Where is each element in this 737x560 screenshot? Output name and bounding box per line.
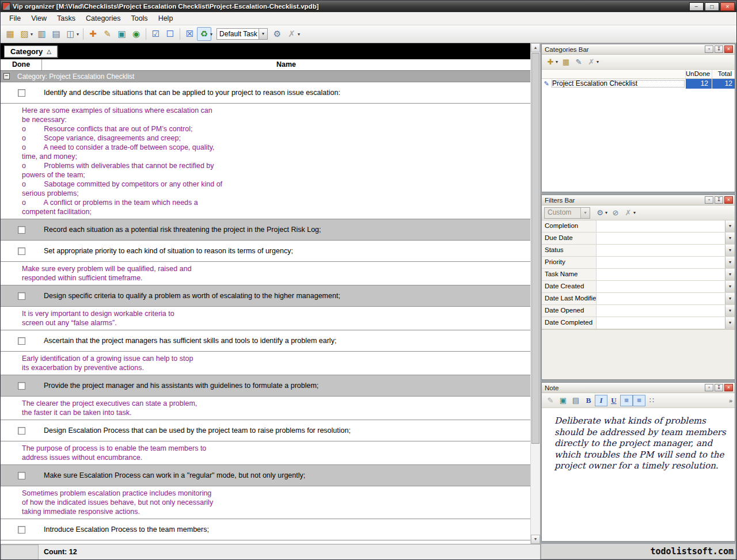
new-category-dropdown-icon[interactable]: ▾ (556, 59, 558, 64)
filter-value[interactable] (597, 269, 725, 280)
panel-restore-icon[interactable]: ▫ (705, 196, 713, 204)
collapse-icon[interactable]: − (3, 73, 10, 79)
insert-image-button[interactable]: ▣ (557, 395, 569, 406)
task-checkbox[interactable] (18, 89, 25, 97)
italic-button[interactable]: I (595, 395, 607, 406)
assign-task-button[interactable]: ⚙ (270, 27, 284, 41)
task-row[interactable]: Set appropriate priority to each kind of… (1, 241, 530, 262)
task-row[interactable]: Design Escalation Process that can be us… (1, 420, 530, 441)
apply-filter-button[interactable]: ⚙ (594, 207, 606, 219)
new-task-button[interactable]: ✚ (86, 27, 100, 41)
categories-overflow-icon[interactable]: ▾ (597, 59, 599, 64)
view-tasks-button[interactable]: ◉ (129, 27, 143, 41)
close-button[interactable]: × (720, 2, 735, 11)
open-database-dropdown-icon[interactable]: ▾ (31, 32, 33, 37)
panel-close-icon[interactable]: × (724, 196, 733, 204)
spellcheck-button[interactable]: ✎ (544, 395, 557, 406)
toolbar-overflow-icon[interactable]: ▾ (298, 32, 300, 37)
new-subcategory-button[interactable]: ▦ (560, 56, 572, 68)
print-preview-button[interactable]: ◫ (63, 27, 78, 41)
default-task-combo[interactable]: Default Task ▾ (216, 28, 268, 40)
print-preview-dropdown-icon[interactable]: ▾ (77, 32, 79, 37)
delete-task-button[interactable]: ✗ (284, 27, 299, 41)
menu-help[interactable]: Help (153, 13, 178, 24)
menu-categories[interactable]: Categories (81, 13, 126, 24)
task-checkbox[interactable] (18, 292, 25, 300)
menu-tasks[interactable]: Tasks (52, 13, 81, 24)
panel-pin-icon[interactable]: ↧ (715, 45, 723, 53)
filter-dropdown-icon[interactable]: ▾ (725, 293, 735, 304)
task-checkbox[interactable] (18, 472, 25, 479)
maximize-button[interactable]: □ (705, 2, 719, 11)
new-database-button[interactable]: ▦ (3, 27, 17, 41)
panel-pin-icon[interactable]: ↧ (715, 384, 723, 391)
task-checkbox[interactable] (18, 526, 25, 534)
filter-dropdown-icon[interactable]: ▾ (725, 257, 735, 268)
apply-filter-dropdown-icon[interactable]: ▾ (605, 210, 607, 215)
save-database-button[interactable]: ▥ (35, 27, 49, 41)
delete-filter-button[interactable]: ✗ (622, 207, 635, 219)
filter-value[interactable] (597, 257, 725, 268)
category-group-row[interactable]: − Category: Project Escalation Checklist (1, 71, 530, 82)
open-database-button[interactable]: ▨ (17, 27, 32, 41)
panel-close-icon[interactable]: × (724, 45, 733, 53)
filter-dropdown-icon[interactable]: ▾ (725, 317, 735, 329)
task-checkbox[interactable] (18, 427, 25, 435)
task-notes-button[interactable]: ▣ (115, 27, 129, 41)
menu-file[interactable]: File (4, 13, 26, 24)
task-row[interactable]: Identify and describe situations that ca… (1, 82, 530, 104)
recurrence-button[interactable]: ♻ (197, 27, 211, 41)
align-left-button[interactable]: ≡ (620, 395, 633, 406)
bold-button[interactable]: B (582, 395, 595, 406)
panel-close-icon[interactable]: × (724, 384, 733, 391)
task-checkbox[interactable] (18, 247, 25, 255)
task-row[interactable]: Provide the project manager and his assi… (1, 375, 530, 397)
task-row[interactable]: Design specific criteria to qualify a pr… (1, 285, 530, 307)
filters-overflow-icon[interactable]: ▾ (633, 210, 636, 215)
menu-tools[interactable]: Tools (126, 13, 153, 24)
filter-dropdown-icon[interactable]: ▾ (725, 233, 735, 244)
minimize-button[interactable]: − (689, 2, 704, 11)
edit-category-button[interactable]: ✎ (572, 56, 585, 68)
category-list-item[interactable]: ✎ Project Escalation Checklist 12 12 (542, 79, 735, 89)
recurrence-dropdown-icon[interactable]: ▾ (210, 32, 212, 37)
task-checkbox[interactable] (18, 337, 25, 345)
task-row[interactable]: Record each situation as a potential ris… (1, 219, 530, 241)
task-checkbox[interactable] (18, 226, 25, 234)
filter-value[interactable] (597, 317, 725, 329)
filter-preset-combo[interactable]: Custom ▾ (544, 207, 590, 219)
mark-incomplete-button[interactable]: ☐ (163, 27, 177, 41)
filter-value[interactable] (597, 245, 725, 256)
filter-value[interactable] (597, 305, 725, 317)
group-by-category-button[interactable]: Category △ (4, 45, 58, 58)
task-row[interactable]: Ascertain that the project managers has … (1, 330, 530, 352)
print-button[interactable]: ▤ (49, 27, 63, 41)
filter-dropdown-icon[interactable]: ▾ (725, 269, 735, 280)
panel-pin-icon[interactable]: ↧ (715, 196, 723, 204)
filter-dropdown-icon[interactable]: ▾ (725, 281, 735, 292)
categories-header-total[interactable]: Total (712, 70, 735, 78)
panel-restore-icon[interactable]: ▫ (705, 384, 713, 391)
show-completed-button[interactable]: ☒ (183, 27, 197, 41)
new-category-button[interactable]: ✚ (544, 56, 557, 68)
scroll-down-icon[interactable]: ▼ (531, 535, 540, 544)
filter-value[interactable] (597, 281, 725, 292)
menu-view[interactable]: View (26, 13, 52, 24)
bullet-list-button[interactable]: ∷ (645, 395, 658, 406)
filter-value[interactable] (597, 293, 725, 304)
filter-dropdown-icon[interactable]: ▾ (725, 245, 735, 256)
note-text[interactable]: Deliberate what kinds of problems should… (542, 408, 735, 541)
align-center-button[interactable]: ≡ (633, 395, 645, 406)
task-row[interactable]: Make sure Escalation Process can work in… (1, 465, 530, 486)
default-task-dropdown-icon[interactable]: ▾ (259, 29, 267, 39)
category-item-name[interactable]: Project Escalation Checklist (551, 79, 685, 88)
column-header-done[interactable]: Done (1, 59, 42, 70)
mark-complete-button[interactable]: ☑ (149, 27, 163, 41)
edit-task-button[interactable]: ✎ (100, 27, 115, 41)
note-toolbar-overflow-icon[interactable]: » (729, 397, 732, 404)
categories-header-undone[interactable]: UnDone (685, 70, 712, 78)
print-note-button[interactable]: ▤ (569, 395, 582, 406)
filter-value[interactable] (597, 233, 725, 244)
clear-filter-button[interactable]: ⊘ (609, 207, 622, 219)
task-checkbox[interactable] (18, 382, 25, 390)
